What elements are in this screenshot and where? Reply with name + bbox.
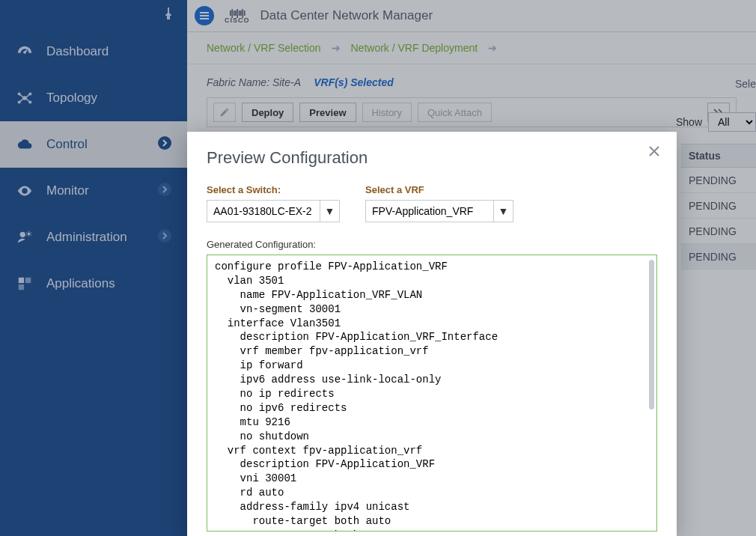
close-button[interactable] <box>647 144 662 161</box>
generated-config-label: Generated Configuration: <box>207 239 657 250</box>
dropdown-arrow-icon[interactable]: ▼ <box>493 201 513 222</box>
select-switch-combo[interactable]: ▼ <box>207 200 340 222</box>
dropdown-arrow-icon[interactable]: ▼ <box>320 201 339 222</box>
select-switch-group: Select a Switch: ▼ <box>207 184 340 222</box>
modal-title: Preview Configuration <box>207 148 657 168</box>
select-vrf-input[interactable] <box>366 201 493 222</box>
select-switch-label: Select a Switch: <box>207 184 340 195</box>
preview-configuration-modal: Preview Configuration Select a Switch: ▼… <box>187 132 677 536</box>
config-text: configure profile FPV-Application_VRF vl… <box>215 261 498 532</box>
select-vrf-label: Select a VRF <box>365 184 513 195</box>
close-icon <box>647 144 662 159</box>
select-vrf-combo[interactable]: ▼ <box>365 200 513 222</box>
generated-config-textarea[interactable]: configure profile FPV-Application_VRF vl… <box>207 255 657 532</box>
select-switch-input[interactable] <box>207 201 320 222</box>
scrollbar-thumb[interactable] <box>649 260 654 409</box>
select-vrf-group: Select a VRF ▼ <box>365 184 513 222</box>
